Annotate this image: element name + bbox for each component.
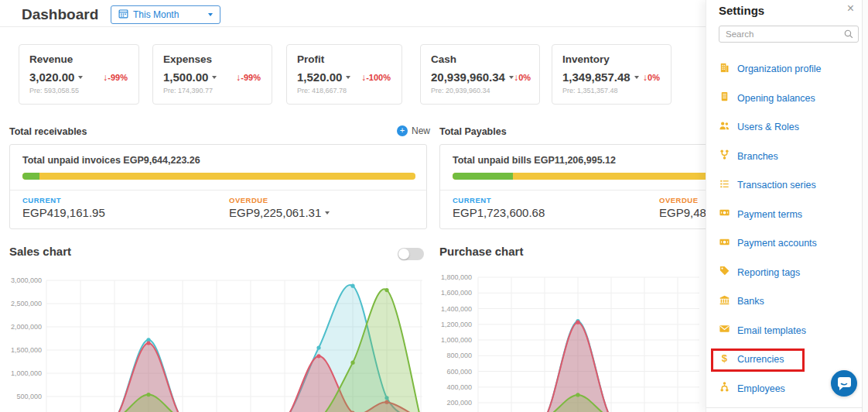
settings-search-input[interactable] [719, 26, 859, 43]
receivables-current-amount: EGP419,161.95 [22, 206, 105, 219]
bank-icon [719, 294, 730, 309]
kpi-card-expenses: Expenses 1,500.00 ↓-99% Pre: 174,390.77 [152, 44, 272, 105]
receivables-overdue-amount: EGP9,225,061.31 [229, 206, 321, 219]
header-divider [0, 26, 706, 27]
document-icon [719, 91, 730, 105]
settings-item-employees[interactable]: Employees [719, 383, 785, 395]
vertical-scrollbar[interactable] [862, 0, 868, 412]
current-label: CURRENT [22, 196, 61, 204]
kpi-card-profit: Profit 1,520.00 ↓-100% Pre: 418,667.78 [286, 44, 402, 105]
panel-bottom-divider [706, 407, 868, 408]
cash-icon [719, 236, 730, 251]
building-icon [719, 62, 730, 77]
kpi-value: 1,500.00 [163, 70, 208, 84]
settings-item-reporting-tags[interactable]: Reporting tags [719, 266, 800, 279]
kpi-label: Revenue [29, 53, 129, 65]
receivables-current-segment [22, 173, 39, 180]
receivables-section-title: Total receivables [9, 126, 87, 137]
chevron-down-icon [325, 211, 330, 215]
settings-item-organization-profile[interactable]: Organization profile [719, 63, 821, 75]
cash-icon [719, 207, 730, 221]
kpi-card-inventory: Inventory 1,349,857.48 ↓0% Pre: 1,351,35… [552, 44, 672, 105]
kpi-value: 1,349,857.48 [562, 70, 630, 84]
toggle-knob [398, 249, 409, 259]
tag-icon [719, 265, 730, 280]
settings-item-payment-terms[interactable]: Payment terms [719, 208, 802, 221]
payables-section-title: Total Payables [439, 126, 507, 137]
currencies-highlight-box [711, 348, 805, 372]
new-button[interactable]: + New [397, 125, 430, 136]
kpi-value-dropdown[interactable]: 1,500.00 ↓-99% [163, 70, 262, 84]
kpi-label: Expenses [163, 53, 262, 65]
kpi-label: Cash [431, 53, 530, 65]
chevron-down-icon [78, 76, 83, 79]
payables-current-segment [453, 173, 513, 180]
kpi-value: 1,520.00 [297, 70, 342, 84]
kpi-previous: Pre: 20,939,960.34 [431, 87, 530, 94]
kpi-previous: Pre: 418,667.78 [297, 87, 392, 94]
plus-icon: + [397, 125, 408, 136]
settings-item-payment-accounts[interactable]: Payment accounts [719, 237, 817, 249]
page-title: Dashboard [22, 6, 98, 23]
y-axis-tick-label: 400,000 [432, 383, 472, 391]
kpi-label: Profit [297, 53, 392, 65]
divider [10, 190, 426, 191]
y-axis-tick-label: 2,500,000 [0, 300, 42, 307]
chevron-down-icon [208, 13, 213, 16]
kpi-value-dropdown[interactable]: 20,939,960.34 ↓0% [431, 70, 530, 84]
y-axis-tick-label: 200,000 [432, 399, 472, 407]
kpi-value-dropdown[interactable]: 1,349,857.48 ↓0% [562, 70, 661, 84]
branch-icon [719, 149, 730, 163]
receivables-overdue-dropdown[interactable]: EGP9,225,061.31 [229, 206, 330, 219]
list-icon [719, 178, 730, 193]
settings-item-email-templates[interactable]: Email templates [719, 324, 806, 337]
kpi-previous: Pre: 593,058.55 [29, 87, 129, 94]
kpi-change: ↓-100% [361, 72, 392, 83]
dashboard-page: Dashboard This Month Revenue 3,020.00 ↓-… [0, 0, 868, 412]
y-axis-tick-label: 2,000,000 [0, 323, 42, 331]
purchase-chart-title: Purchase chart [439, 245, 523, 258]
kpi-value-dropdown[interactable]: 3,020.00 ↓-99% [29, 70, 129, 84]
users-icon [719, 120, 730, 135]
chevron-down-icon [212, 76, 217, 79]
hierarchy-icon [719, 381, 730, 396]
sales-chart-toggle[interactable] [398, 248, 424, 260]
y-axis-tick-label: 600,000 [432, 368, 472, 376]
settings-item-transaction-series[interactable]: Transaction series [719, 179, 816, 191]
y-axis-tick-label: 3,000,000 [0, 276, 42, 284]
settings-item-opening-balances[interactable]: Opening balances [719, 92, 815, 105]
payables-summary: Total unpaid bills EGP11,206,995.12 [453, 155, 616, 166]
kpi-change: ↓0% [514, 72, 532, 83]
kpi-change: ↓-99% [103, 72, 129, 83]
kpi-previous: Pre: 1,351,357.48 [562, 87, 661, 94]
kpi-change: ↓-99% [236, 72, 262, 83]
kpi-value: 3,020.00 [29, 70, 74, 84]
search-icon [843, 29, 854, 43]
y-axis-tick-label: 1,200,000 [432, 321, 472, 328]
y-axis-tick-label: 1,500,000 [0, 346, 42, 354]
kpi-change: ↓0% [643, 72, 661, 83]
period-selector-button[interactable]: This Month [111, 5, 220, 24]
kpi-value: 20,939,960.34 [431, 70, 505, 84]
y-axis-tick-label: 800,000 [432, 352, 472, 359]
overdue-label: OVERDUE [229, 196, 268, 204]
receivables-progress-bar [22, 173, 415, 180]
kpi-card-revenue: Revenue 3,020.00 ↓-99% Pre: 593,058.55 [19, 44, 139, 105]
payables-overdue-amount: EGP9,48 [659, 206, 706, 219]
chat-button[interactable] [831, 370, 857, 397]
settings-item-users-roles[interactable]: Users & Roles [719, 121, 799, 133]
close-icon[interactable]: × [847, 2, 854, 15]
settings-item-branches[interactable]: Branches [719, 150, 778, 163]
current-label: CURRENT [453, 196, 491, 204]
kpi-previous: Pre: 174,390.77 [163, 87, 262, 94]
kpi-label: Inventory [562, 53, 661, 65]
settings-item-banks[interactable]: Banks [719, 295, 764, 307]
receivables-summary: Total unpaid invoices EGP9,644,223.26 [22, 155, 200, 166]
kpi-value-dropdown[interactable]: 1,520.00 ↓-100% [297, 70, 392, 84]
kpi-card-cash: Cash 20,939,960.34 ↓0% Pre: 20,939,960.3… [420, 44, 540, 105]
calendar-icon [118, 9, 128, 21]
y-axis-tick-label: 1,400,000 [432, 305, 472, 313]
payables-current-amount: EGP1,723,600.68 [453, 206, 545, 219]
settings-title: Settings [719, 4, 764, 17]
y-axis-tick-label: 1,800,000 [432, 273, 472, 281]
